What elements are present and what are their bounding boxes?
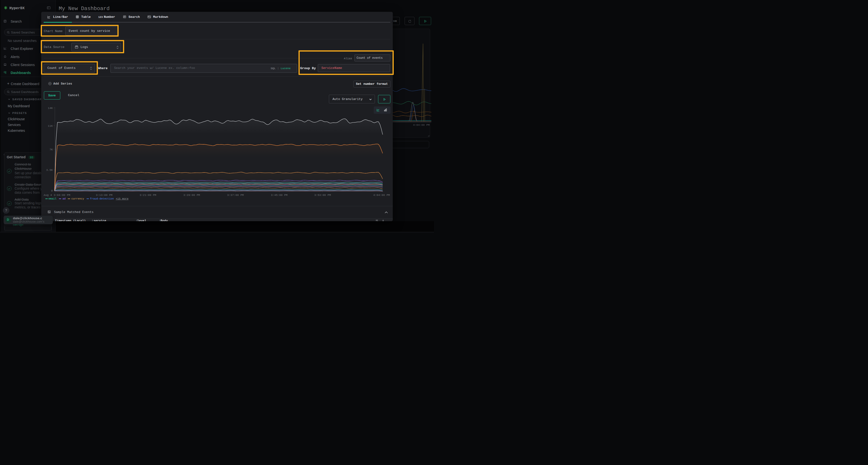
svg-text:4:04:00 PM: 4:04:00 PM [373,194,390,197]
svg-text:3:45:00 PM: 3:45:00 PM [271,194,287,197]
svg-text:3:53:00 PM: 3:53:00 PM [314,194,331,197]
svg-text:0: 0 [51,189,53,192]
svg-text:3:13:00 PM: 3:13:00 PM [96,194,112,197]
svg-text:14K: 14K [48,106,53,110]
svg-text:11K: 11K [48,124,53,127]
svg-text:3:37:00 PM: 3:37:00 PM [227,194,244,197]
svg-text:Aug 4 3:04:00 PM: Aug 4 3:04:00 PM [44,194,70,197]
svg-text:3.5K: 3.5K [46,168,53,171]
svg-text:3:29:00 PM: 3:29:00 PM [183,194,200,197]
svg-text:7K: 7K [50,148,53,151]
svg-text:3:21:00 PM: 3:21:00 PM [140,194,156,197]
